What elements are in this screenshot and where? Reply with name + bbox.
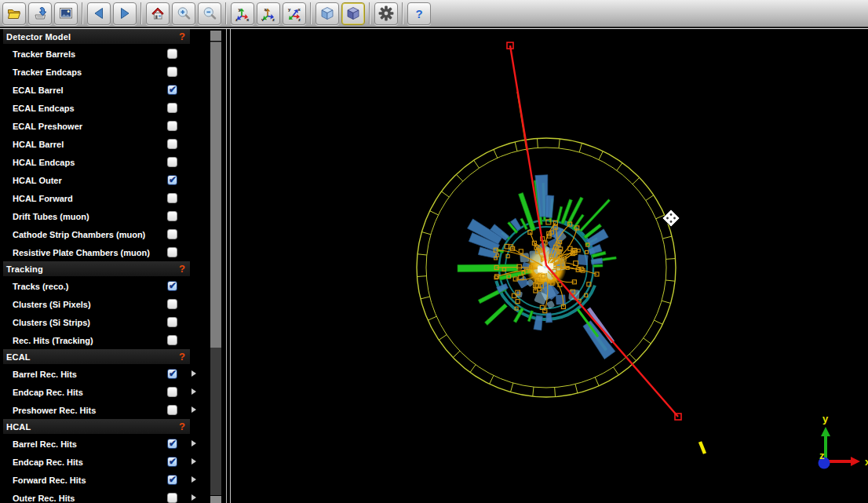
event-display-canvas[interactable]: yxz xyxy=(231,29,868,503)
unchecked-checkbox[interactable] xyxy=(167,103,177,113)
collection-row-hcal-outer: HCAL Outer xyxy=(0,171,206,189)
next-event-button[interactable] xyxy=(113,2,137,25)
toolbar: y x zx z yy x z ? xyxy=(0,0,868,28)
hcal-energy-spike xyxy=(593,264,603,267)
zoom-out-button[interactable] xyxy=(198,2,221,25)
expand-arrow-icon[interactable] xyxy=(191,406,196,413)
collection-row-preshower-rec-hits: Preshower Rec. Hits xyxy=(0,401,206,419)
gizmo-x-axis-arrow xyxy=(851,457,860,466)
hcal-outer-ring-tick xyxy=(599,151,603,160)
save-button[interactable] xyxy=(28,2,52,25)
unchecked-checkbox[interactable] xyxy=(167,299,177,309)
collection-label: Preshower Rec. Hits xyxy=(13,406,96,415)
screenshot-button[interactable] xyxy=(54,2,78,25)
collection-row-drift-tubes-muon-: Drift Tubes (muon) xyxy=(0,207,206,225)
collection-label: Clusters (Si Strips) xyxy=(13,318,90,327)
hcal-outer-ring-tick xyxy=(470,365,476,373)
ecal-cluster-blob xyxy=(578,254,589,265)
collection-row-cathode-strip-chambers-muon-: Cathode Strip Chambers (muon) xyxy=(0,225,206,243)
gizmo-z-label: z xyxy=(819,450,825,461)
expand-arrow-icon[interactable] xyxy=(191,458,196,465)
toolbar-separator xyxy=(369,2,370,24)
gizmo-x-label: x xyxy=(865,456,868,468)
hcal-outer-ring-tick xyxy=(662,301,671,303)
toolbar-separator xyxy=(82,2,83,24)
toolbar-group xyxy=(146,2,221,25)
checked-checkbox[interactable] xyxy=(167,439,177,449)
home-view-button[interactable] xyxy=(146,2,170,25)
collection-row-clusters-si-pixels-: Clusters (Si Pixels) xyxy=(0,295,206,313)
collection-label: ECAL Barrel xyxy=(13,86,64,95)
section-help-icon[interactable]: ? xyxy=(179,421,185,432)
unchecked-checkbox[interactable] xyxy=(167,405,177,415)
help-button[interactable]: ? xyxy=(407,2,431,25)
hcal-outer-ring-tick xyxy=(474,160,480,168)
previous-event-button[interactable] xyxy=(87,2,111,25)
unchecked-checkbox[interactable] xyxy=(167,229,177,239)
hcal-outer-ring-tick xyxy=(537,138,538,148)
section-help-icon[interactable]: ? xyxy=(179,352,185,362)
collection-row-hcal-endcaps: HCAL Endcaps xyxy=(0,153,206,171)
scrollbar-thumb[interactable] xyxy=(210,42,221,348)
hcal-outer-ring-tick xyxy=(456,174,462,181)
view-yz-button[interactable]: y x z xyxy=(283,2,306,25)
unchecked-checkbox[interactable] xyxy=(167,387,177,397)
image-icon xyxy=(58,5,74,21)
checked-checkbox[interactable] xyxy=(167,475,177,485)
unchecked-checkbox[interactable] xyxy=(167,67,177,77)
section-title: Tracking xyxy=(6,264,43,274)
collection-row-barrel-rec-hits: Barrel Rec. Hits xyxy=(0,435,206,453)
collection-label: Rec. Hits (Tracking) xyxy=(13,336,93,345)
expand-arrow-icon[interactable] xyxy=(191,440,196,447)
hcal-outer-ring-tick xyxy=(555,388,556,397)
checked-checkbox[interactable] xyxy=(167,175,177,185)
settings-button[interactable] xyxy=(374,2,398,25)
collection-row-clusters-si-strips-: Clusters (Si Strips) xyxy=(0,313,206,331)
unchecked-checkbox[interactable] xyxy=(167,247,177,257)
ecal-energy-wedge xyxy=(545,195,553,217)
scroll-up-button[interactable] xyxy=(210,31,221,41)
unchecked-checkbox[interactable] xyxy=(167,139,177,149)
zoom-out-icon xyxy=(202,5,217,21)
orthographic-view-button[interactable] xyxy=(341,2,365,25)
view-xy-button[interactable]: y x z xyxy=(231,2,254,25)
unchecked-checkbox[interactable] xyxy=(167,211,177,221)
unchecked-checkbox[interactable] xyxy=(167,493,177,503)
unchecked-checkbox[interactable] xyxy=(167,335,177,345)
checked-checkbox[interactable] xyxy=(167,85,177,95)
unchecked-checkbox[interactable] xyxy=(167,317,177,327)
section-help-icon[interactable]: ? xyxy=(179,31,185,42)
tracking-rec-hit xyxy=(585,250,589,253)
expand-arrow-icon[interactable] xyxy=(191,494,196,501)
arrow-left-icon xyxy=(91,5,107,21)
collection-label: Endcap Rec. Hits xyxy=(13,388,83,397)
expand-arrow-icon[interactable] xyxy=(191,388,196,395)
tracking-rec-hit xyxy=(578,249,581,252)
collection-label: Outer Rec. Hits xyxy=(13,494,75,503)
open-file-button[interactable] xyxy=(2,2,26,25)
move-cursor-icon xyxy=(662,210,680,227)
3d-viewport[interactable]: yxz xyxy=(231,29,868,503)
zoom-in-button[interactable] xyxy=(172,2,195,25)
unchecked-checkbox[interactable] xyxy=(167,193,177,203)
checked-checkbox[interactable] xyxy=(167,369,177,379)
unchecked-checkbox[interactable] xyxy=(167,121,177,131)
expand-arrow-icon[interactable] xyxy=(191,476,196,483)
sidebar-scrollbar[interactable] xyxy=(206,29,226,503)
hcal-outer-ring-tick xyxy=(633,177,640,184)
unchecked-checkbox[interactable] xyxy=(167,157,177,167)
unchecked-checkbox[interactable] xyxy=(167,49,177,59)
expand-arrow-icon[interactable] xyxy=(191,370,196,377)
gizmo-y-axis-arrow xyxy=(821,427,830,436)
checked-checkbox[interactable] xyxy=(167,457,177,467)
perspective-view-button[interactable] xyxy=(315,2,339,25)
gizmo-y-label: y xyxy=(822,413,829,425)
checked-checkbox[interactable] xyxy=(167,281,177,291)
scrollbar-track[interactable] xyxy=(210,348,221,495)
section-help-icon[interactable]: ? xyxy=(179,264,185,274)
gear-icon xyxy=(378,5,394,21)
scroll-down-button[interactable] xyxy=(210,496,221,503)
view-xz-button[interactable]: x z y xyxy=(257,2,280,25)
toolbar-separator xyxy=(310,2,312,24)
collection-row-endcap-rec-hits: Endcap Rec. Hits xyxy=(0,383,206,401)
